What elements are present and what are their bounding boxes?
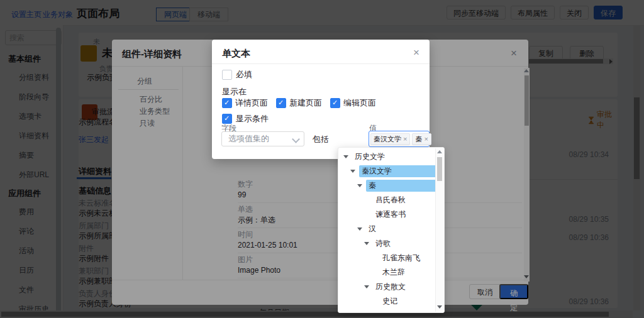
operator-label: 包括	[313, 134, 329, 145]
app-root: 设置主页 › 业务对象 › 页面布局 网页端 移动端 同步至移动端 布局属性 关…	[0, 0, 644, 318]
tree-item-吕氏春秋[interactable]: 吕氏春秋	[338, 193, 436, 207]
required-checkbox-row: 必填	[222, 69, 252, 80]
required-label: 必填	[236, 69, 252, 80]
tree-item-label: 秦汉文学	[359, 165, 436, 177]
tree-item-秦[interactable]: 秦	[338, 178, 436, 193]
chevron-down-icon	[292, 135, 300, 143]
edit-page-label: 编辑页面	[343, 97, 376, 109]
expand-caret-icon[interactable]	[350, 170, 355, 173]
modal-header-divider	[212, 63, 430, 64]
tree-item-label: 孔雀东南飞	[380, 252, 436, 264]
tree-item-历史文学[interactable]: 历史文学	[338, 150, 436, 164]
expand-caret-icon[interactable]	[364, 242, 369, 245]
expand-caret-icon[interactable]	[364, 285, 369, 288]
tree-item-label: 木兰辞	[380, 266, 436, 278]
tree-item-label: 历史文学	[352, 151, 436, 163]
tree-item-诗歌[interactable]: 诗歌	[338, 236, 436, 251]
tree-item-汉[interactable]: 汉	[338, 222, 436, 236]
display-condition-label: 显示条件	[236, 113, 269, 124]
expand-caret-icon[interactable]	[357, 228, 362, 231]
tag-text: 秦	[415, 134, 422, 144]
tree-item-list: 历史文学秦汉文学秦吕氏春秋谏逐客书汉诗歌孔雀东南飞木兰辞历史散文史记	[338, 150, 436, 309]
remove-tag-icon[interactable]: ×	[403, 135, 407, 143]
tree-item-孔雀东南飞[interactable]: 孔雀东南飞	[338, 251, 436, 265]
new-page-checkbox[interactable]	[276, 98, 286, 108]
expand-caret-icon[interactable]	[357, 184, 362, 187]
detail-page-label: 详情页面	[235, 97, 268, 109]
tree-item-label: 历史散文	[373, 281, 436, 293]
remove-tag-icon[interactable]: ×	[424, 135, 428, 143]
display-in-label: 显示在	[222, 86, 247, 97]
value-tag: 秦 ×	[412, 133, 431, 145]
display-page-options: 详情页面 新建页面 编辑页面	[222, 97, 376, 109]
edit-page-option: 编辑页面	[330, 97, 376, 109]
close-icon[interactable]: ×	[413, 48, 419, 58]
expand-caret-icon[interactable]	[343, 155, 348, 158]
value-tag: 秦汉文学 ×	[370, 133, 410, 145]
tree-item-谏逐客书[interactable]: 谏逐客书	[338, 207, 436, 222]
scroll-down-arrow-icon[interactable]	[437, 305, 442, 309]
single-text-field-modal: 单文本 × 必填 显示在 详情页面 新建页面 编辑页面 显示条件	[212, 40, 430, 159]
tree-item-label: 吕氏春秋	[373, 194, 436, 206]
scroll-up-arrow-icon[interactable]	[437, 150, 442, 153]
field-select-value: 选项值集的	[228, 133, 293, 145]
tree-item-史记[interactable]: 史记	[338, 294, 436, 309]
tree-item-label: 诗歌	[373, 238, 436, 249]
tag-text: 秦汉文学	[374, 134, 401, 144]
value-tree-dropdown: 历史文学秦汉文学秦吕氏春秋谏逐客书汉诗歌孔雀东南飞木兰辞历史散文史记	[338, 147, 445, 313]
required-checkbox[interactable]	[222, 70, 232, 80]
tree-item-木兰辞[interactable]: 木兰辞	[338, 265, 436, 280]
scrollbar-thumb[interactable]	[437, 157, 442, 181]
edit-page-checkbox[interactable]	[330, 98, 340, 108]
tree-item-历史散文[interactable]: 历史散文	[338, 280, 436, 294]
detail-page-option: 详情页面	[222, 97, 268, 109]
detail-page-checkbox[interactable]	[222, 98, 232, 108]
modal-title: 单文本	[222, 48, 250, 60]
field-select[interactable]: 选项值集的	[221, 131, 304, 146]
dropdown-scrollbar[interactable]	[435, 148, 443, 312]
tree-item-label: 史记	[380, 295, 436, 307]
display-condition-checkbox[interactable]	[222, 114, 232, 124]
tree-item-label: 谏逐客书	[373, 209, 436, 221]
new-page-option: 新建页面	[276, 97, 322, 109]
tree-item-秦汉文学[interactable]: 秦汉文学	[338, 164, 436, 178]
value-tag-input[interactable]: 秦汉文学 × 秦 ×	[369, 131, 430, 147]
tree-item-label: 汉	[366, 223, 436, 235]
new-page-label: 新建页面	[289, 97, 322, 109]
tree-item-label: 秦	[366, 180, 436, 192]
